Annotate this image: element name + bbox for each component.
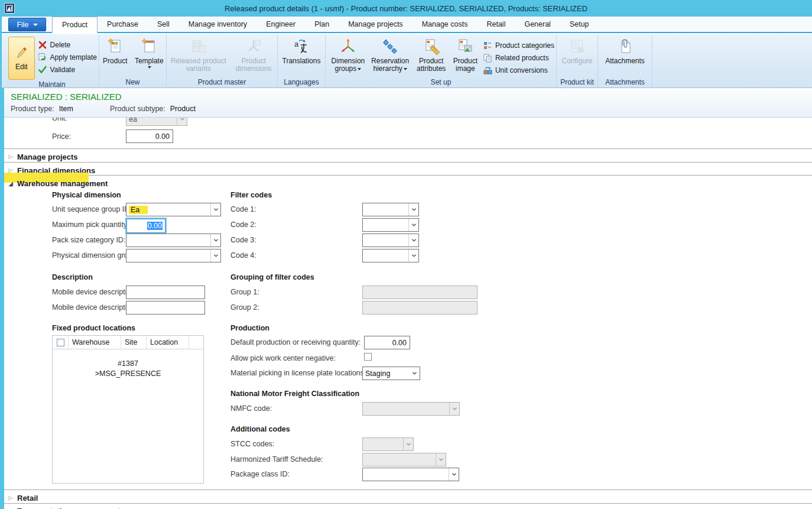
price-input[interactable]	[126, 129, 173, 143]
maximum-pick-quantity-label: Maximum pick quantity:	[52, 221, 129, 229]
form-content: Unit: ea Price: ▷ Manage projects ▷ Fina…	[0, 118, 812, 509]
material-picking-label: Material picking in license plate locati…	[230, 369, 366, 377]
new-template-button[interactable]: Template	[134, 35, 164, 69]
released-product-variants-button: Released product variants	[168, 35, 228, 73]
section-retail[interactable]: ▷ Retail	[4, 492, 812, 503]
tab-engineer[interactable]: Engineer	[256, 17, 305, 32]
unit-sequence-group-label: Unit sequence group ID:	[52, 205, 132, 213]
unit-sequence-group-combobox[interactable]: Ea	[126, 203, 221, 216]
code3-label: Code 3:	[230, 236, 256, 244]
tab-purchase[interactable]: Purchase	[98, 17, 148, 32]
code1-combobox[interactable]	[362, 203, 419, 216]
chevron-down-icon	[408, 219, 418, 231]
group1-input	[362, 286, 478, 299]
divider	[4, 175, 812, 176]
price-label: Price:	[52, 132, 71, 141]
code2-label: Code 2:	[230, 221, 256, 229]
reservation-hierarchy-button[interactable]: Reservation hierarchy	[369, 35, 411, 73]
window-border	[0, 88, 4, 509]
tab-manage-projects[interactable]: Manage projects	[339, 17, 412, 32]
product-subtype-value: Product	[170, 105, 196, 113]
default-production-qty-input[interactable]	[364, 336, 410, 349]
section-manage-projects[interactable]: ▷ Manage projects	[4, 151, 812, 162]
product-type-label: Product type:	[11, 105, 54, 113]
product-variants-icon	[189, 37, 208, 56]
configure-button: Configure	[559, 35, 596, 65]
allow-pick-negative-checkbox[interactable]	[364, 353, 372, 361]
product-dimensions-button: Product dimensions	[232, 35, 275, 73]
delete-button[interactable]: Delete	[38, 38, 97, 51]
attachments-button[interactable]: Attachments	[600, 35, 650, 65]
new-product-button[interactable]: Product	[101, 35, 129, 65]
file-menu-button[interactable]: File	[8, 18, 46, 31]
unit-conversions-button[interactable]: Unit conversions	[483, 64, 554, 76]
chevron-down-icon	[210, 203, 220, 216]
group1-label: Group 1:	[230, 288, 259, 296]
related-products-button[interactable]: Related products	[483, 51, 554, 64]
chevron-down-icon	[408, 249, 418, 262]
tab-sell[interactable]: Sell	[148, 17, 179, 32]
fixed-locations-grid[interactable]: Warehouse Site Location #1387 >MSG_PRESE…	[52, 335, 204, 484]
pack-size-category-combobox[interactable]	[126, 234, 221, 247]
tab-general[interactable]: General	[515, 17, 560, 32]
dimension-groups-button[interactable]: Dimension groups	[330, 35, 366, 73]
product-image-button[interactable]: Product image	[452, 35, 479, 73]
code2-combobox[interactable]	[362, 218, 419, 232]
column-header-location[interactable]: Location	[147, 336, 189, 349]
translations-button[interactable]: a Translations	[280, 35, 323, 65]
section-financial-dimensions[interactable]: ▷ Financial dimensions	[4, 165, 812, 176]
translations-icon: a	[292, 37, 311, 56]
physical-dimension-group-combobox[interactable]	[126, 249, 221, 262]
group-label-setup: Set up	[326, 77, 556, 87]
app-icon	[4, 3, 15, 14]
column-header-warehouse[interactable]: Warehouse	[69, 336, 121, 349]
chevron-down-icon	[436, 453, 446, 466]
group-label-maintain: Maintain	[5, 80, 99, 89]
fixed-product-locations-header: Fixed product locations	[52, 324, 135, 332]
expand-collapsed-icon: ▷	[4, 154, 17, 160]
unit-conversions-icon	[483, 66, 492, 75]
svg-text:a: a	[294, 40, 299, 48]
maximum-pick-quantity-input[interactable]: 0.00	[126, 219, 165, 233]
code3-combobox[interactable]	[362, 234, 419, 247]
column-header-site[interactable]: Site	[121, 336, 147, 349]
group2-label: Group 2:	[230, 303, 259, 312]
select-all-checkbox[interactable]	[57, 339, 64, 346]
product-type-value: Item	[59, 105, 73, 113]
nmfc-header: National Motor Freight Classification	[230, 390, 359, 398]
tab-retail[interactable]: Retail	[477, 17, 515, 32]
product-attributes-icon	[422, 37, 441, 56]
tab-product[interactable]: Product	[52, 17, 98, 33]
ribbon-group-product-kit: Configure Product kit	[557, 34, 598, 87]
validate-button[interactable]: Validate	[38, 63, 97, 76]
attachments-paperclip-icon	[616, 37, 635, 56]
code4-combobox[interactable]	[362, 249, 419, 262]
package-class-combobox[interactable]	[362, 468, 459, 481]
package-class-label: Package class ID:	[230, 470, 290, 478]
apply-template-button[interactable]: Apply template	[38, 51, 97, 63]
released-product-details-window: Released product details (1 - usmf) - Pr…	[0, 0, 812, 509]
related-products-icon	[483, 53, 492, 63]
grid-message-line1: #1387	[53, 359, 203, 369]
section-warehouse-management[interactable]: ◢ Warehouse management	[4, 178, 812, 189]
chevron-down-icon	[148, 66, 151, 69]
group-label-languages: Languages	[278, 77, 325, 87]
ribbon-group-product-master: Released product variants Product dimens…	[167, 34, 278, 87]
chevron-down-icon	[403, 438, 413, 450]
mobile-description-line2-input[interactable]	[126, 301, 205, 315]
ribbon-group-languages: a Translations Languages	[278, 34, 326, 87]
tab-plan[interactable]: Plan	[305, 17, 339, 32]
tab-setup[interactable]: Setup	[560, 17, 599, 32]
tab-manage-inventory[interactable]: Manage inventory	[179, 17, 256, 32]
tab-manage-costs[interactable]: Manage costs	[413, 17, 478, 32]
chevron-down-icon	[358, 68, 361, 70]
chevron-down-icon	[449, 403, 459, 415]
section-transportation-management[interactable]: ▷ Transportation management	[4, 505, 812, 509]
edit-button[interactable]: Edit	[8, 37, 35, 80]
group-label-product-master: Product master	[167, 77, 277, 87]
grid-body: #1387 >MSG_PRESENCE	[53, 349, 203, 483]
material-picking-select[interactable]: Staging	[362, 367, 420, 380]
product-attributes-button[interactable]: Product attributes	[415, 35, 448, 73]
product-categories-button[interactable]: Product categories	[483, 39, 554, 51]
mobile-description-line1-input[interactable]	[126, 286, 205, 299]
